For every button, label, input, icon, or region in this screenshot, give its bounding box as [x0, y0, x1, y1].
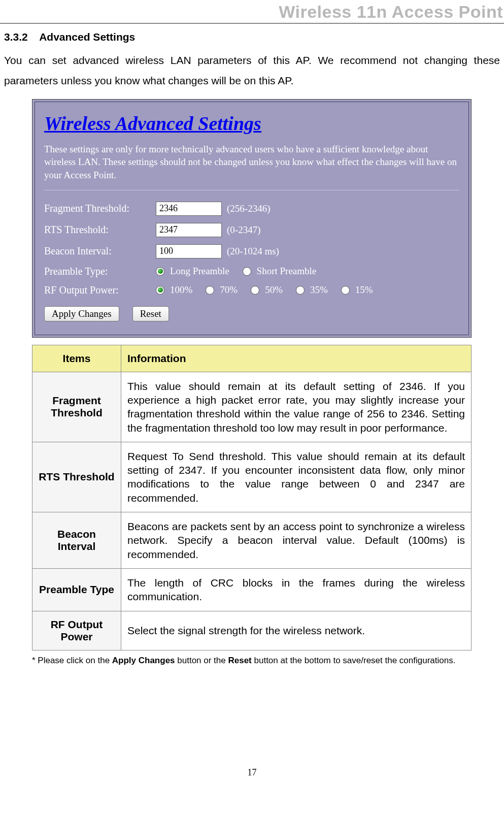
footnote-mid: button or the [175, 656, 228, 665]
info-table: Items Information Fragment Threshold Thi… [32, 345, 472, 651]
preamble-radio-group: Long Preamble Short Preamble [156, 266, 325, 277]
radio-short-preamble-label: Short Preamble [257, 266, 317, 277]
form-rows: Fragment Threshold: (256-2346) RTS Thres… [44, 202, 459, 321]
table-header-row: Items Information [32, 345, 472, 372]
range-fragment: (256-2346) [227, 203, 270, 214]
th-items: Items [32, 345, 121, 372]
radio-rf-50[interactable] [251, 286, 259, 295]
reset-button[interactable]: Reset [132, 306, 169, 321]
radio-rf-100-label: 100% [170, 284, 192, 296]
footnote-post: button at the bottom to save/reset the c… [252, 656, 456, 665]
panel-buttons: Apply Changes Reset [44, 306, 459, 321]
radio-rf-15[interactable] [341, 286, 350, 295]
radio-long-preamble-label: Long Preamble [170, 266, 229, 277]
td-item: Fragment Threshold [32, 372, 121, 442]
radio-rf-15-label: 15% [355, 284, 373, 296]
input-beacon[interactable] [156, 244, 222, 258]
table-row: Preamble Type The length of CRC blocks i… [32, 568, 472, 611]
td-info: Beacons are packets sent by an access po… [121, 512, 472, 569]
section-intro: You can set advanced wireless LAN parame… [4, 50, 500, 91]
section-number: 3.3.2 [4, 31, 28, 43]
section-title: Advanced Settings [39, 31, 135, 43]
row-beacon-interval: Beacon Interval: (20-1024 ms) [44, 244, 459, 258]
input-fragment[interactable] [156, 202, 222, 216]
td-item: RTS Threshold [32, 442, 121, 512]
td-info: This value should remain at its default … [121, 372, 472, 442]
panel-note: These settings are only for more technic… [44, 143, 459, 190]
label-rf-power: RF Output Power: [44, 284, 156, 296]
radio-long-preamble[interactable] [156, 267, 164, 276]
page-content: 3.3.2 Advanced Settings You can set adva… [0, 31, 504, 666]
row-preamble-type: Preamble Type: Long Preamble Short Pream… [44, 266, 459, 277]
header-title: Wireless 11n Access Point [279, 2, 503, 21]
section-header: 3.3.2 Advanced Settings [4, 31, 500, 43]
footnote-apply: Apply Changes [112, 656, 175, 665]
row-fragment-threshold: Fragment Threshold: (256-2346) [44, 202, 459, 216]
th-info: Information [121, 345, 472, 372]
radio-rf-50-label: 50% [265, 284, 283, 296]
footnote-reset: Reset [228, 656, 251, 665]
apply-changes-button[interactable]: Apply Changes [44, 306, 119, 321]
radio-rf-35[interactable] [296, 286, 305, 295]
td-item: RF Output Power [32, 611, 121, 650]
td-info: Select the signal strength for the wirel… [121, 611, 472, 650]
range-rts: (0-2347) [227, 224, 260, 236]
td-info: Request To Send threshold. This value sh… [121, 442, 472, 512]
radio-rf-35-label: 35% [310, 284, 328, 296]
table-row: RF Output Power Select the signal streng… [32, 611, 472, 650]
settings-panel: Wireless Advanced Settings These setting… [32, 99, 472, 338]
range-beacon: (20-1024 ms) [227, 246, 279, 257]
label-rts: RTS Threshold: [44, 224, 156, 236]
radio-rf-100[interactable] [156, 286, 164, 295]
footnote-pre: * Please click on the [32, 656, 112, 665]
td-item: Beacon Interval [32, 512, 121, 569]
row-rts-threshold: RTS Threshold: (0-2347) [44, 223, 459, 237]
table-row: Beacon Interval Beacons are packets sent… [32, 512, 472, 569]
label-preamble: Preamble Type: [44, 266, 156, 277]
rf-radio-group: 100% 70% 50% 35% 15% [156, 284, 382, 296]
label-fragment: Fragment Threshold: [44, 203, 156, 214]
panel-title: Wireless Advanced Settings [44, 112, 459, 135]
page-number: 17 [0, 767, 504, 778]
radio-rf-70[interactable] [206, 286, 214, 295]
row-rf-output-power: RF Output Power: 100% 70% 50% 35% 15% [44, 284, 459, 296]
page-header: Wireless 11n Access Point [0, 0, 504, 24]
td-item: Preamble Type [32, 568, 121, 611]
table-row: RTS Threshold Request To Send threshold.… [32, 442, 472, 512]
input-rts[interactable] [156, 223, 222, 237]
footnote: * Please click on the Apply Changes butt… [32, 656, 500, 666]
radio-rf-70-label: 70% [220, 284, 238, 296]
table-row: Fragment Threshold This value should rem… [32, 372, 472, 442]
radio-short-preamble[interactable] [243, 267, 251, 276]
label-beacon: Beacon Interval: [44, 245, 156, 257]
settings-panel-inner: Wireless Advanced Settings These setting… [35, 102, 469, 335]
td-info: The length of CRC blocks in the frames d… [121, 568, 472, 611]
